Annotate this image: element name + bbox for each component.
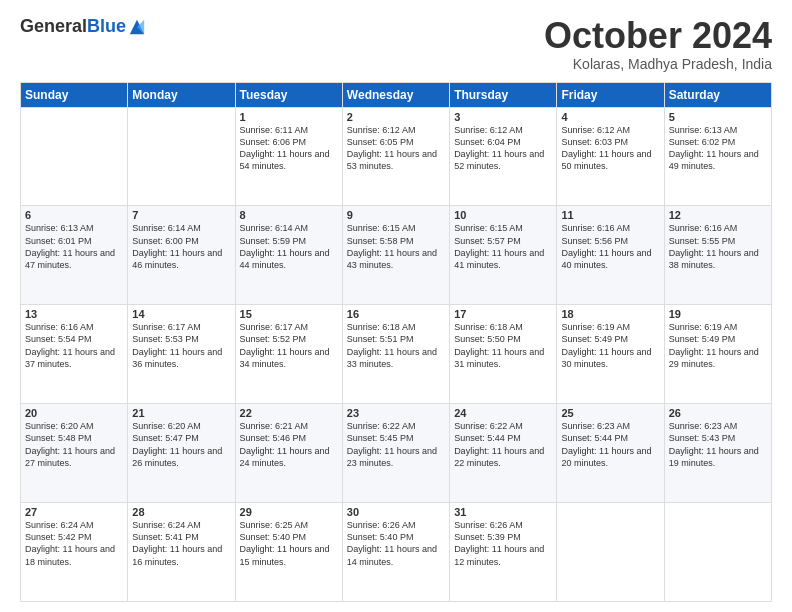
cell-content: Sunrise: 6:14 AMSunset: 6:00 PMDaylight:… <box>132 222 230 271</box>
day-number: 5 <box>669 111 767 123</box>
day-number: 8 <box>240 209 338 221</box>
col-header-sunday: Sunday <box>21 82 128 107</box>
cell-content: Sunrise: 6:26 AMSunset: 5:39 PMDaylight:… <box>454 519 552 568</box>
col-header-thursday: Thursday <box>450 82 557 107</box>
calendar-header-row: SundayMondayTuesdayWednesdayThursdayFrid… <box>21 82 772 107</box>
calendar-cell <box>21 107 128 206</box>
col-header-monday: Monday <box>128 82 235 107</box>
header: GeneralBlue October 2024 Kolaras, Madhya… <box>20 16 772 72</box>
day-number: 21 <box>132 407 230 419</box>
cell-content: Sunrise: 6:13 AMSunset: 6:02 PMDaylight:… <box>669 124 767 173</box>
day-number: 9 <box>347 209 445 221</box>
day-number: 25 <box>561 407 659 419</box>
cell-content: Sunrise: 6:19 AMSunset: 5:49 PMDaylight:… <box>561 321 659 370</box>
calendar-cell: 7Sunrise: 6:14 AMSunset: 6:00 PMDaylight… <box>128 206 235 305</box>
calendar-cell: 23Sunrise: 6:22 AMSunset: 5:45 PMDayligh… <box>342 404 449 503</box>
page: GeneralBlue October 2024 Kolaras, Madhya… <box>0 0 792 612</box>
cell-content: Sunrise: 6:12 AMSunset: 6:03 PMDaylight:… <box>561 124 659 173</box>
cell-content: Sunrise: 6:16 AMSunset: 5:54 PMDaylight:… <box>25 321 123 370</box>
cell-content: Sunrise: 6:24 AMSunset: 5:42 PMDaylight:… <box>25 519 123 568</box>
day-number: 23 <box>347 407 445 419</box>
day-number: 16 <box>347 308 445 320</box>
logo-icon <box>128 18 146 36</box>
calendar-cell: 25Sunrise: 6:23 AMSunset: 5:44 PMDayligh… <box>557 404 664 503</box>
calendar-cell: 4Sunrise: 6:12 AMSunset: 6:03 PMDaylight… <box>557 107 664 206</box>
cell-content: Sunrise: 6:12 AMSunset: 6:05 PMDaylight:… <box>347 124 445 173</box>
subtitle: Kolaras, Madhya Pradesh, India <box>544 56 772 72</box>
calendar-cell: 18Sunrise: 6:19 AMSunset: 5:49 PMDayligh… <box>557 305 664 404</box>
day-number: 18 <box>561 308 659 320</box>
day-number: 4 <box>561 111 659 123</box>
logo-general: GeneralBlue <box>20 16 126 37</box>
cell-content: Sunrise: 6:22 AMSunset: 5:44 PMDaylight:… <box>454 420 552 469</box>
calendar-cell: 1Sunrise: 6:11 AMSunset: 6:06 PMDaylight… <box>235 107 342 206</box>
calendar-week-4: 20Sunrise: 6:20 AMSunset: 5:48 PMDayligh… <box>21 404 772 503</box>
logo: GeneralBlue <box>20 16 146 37</box>
cell-content: Sunrise: 6:14 AMSunset: 5:59 PMDaylight:… <box>240 222 338 271</box>
calendar-cell: 13Sunrise: 6:16 AMSunset: 5:54 PMDayligh… <box>21 305 128 404</box>
calendar-cell: 15Sunrise: 6:17 AMSunset: 5:52 PMDayligh… <box>235 305 342 404</box>
calendar-cell: 29Sunrise: 6:25 AMSunset: 5:40 PMDayligh… <box>235 503 342 602</box>
col-header-tuesday: Tuesday <box>235 82 342 107</box>
cell-content: Sunrise: 6:12 AMSunset: 6:04 PMDaylight:… <box>454 124 552 173</box>
calendar-cell: 9Sunrise: 6:15 AMSunset: 5:58 PMDaylight… <box>342 206 449 305</box>
title-block: October 2024 Kolaras, Madhya Pradesh, In… <box>544 16 772 72</box>
calendar-cell: 21Sunrise: 6:20 AMSunset: 5:47 PMDayligh… <box>128 404 235 503</box>
calendar-cell <box>557 503 664 602</box>
day-number: 11 <box>561 209 659 221</box>
cell-content: Sunrise: 6:18 AMSunset: 5:50 PMDaylight:… <box>454 321 552 370</box>
calendar-cell: 3Sunrise: 6:12 AMSunset: 6:04 PMDaylight… <box>450 107 557 206</box>
cell-content: Sunrise: 6:26 AMSunset: 5:40 PMDaylight:… <box>347 519 445 568</box>
cell-content: Sunrise: 6:15 AMSunset: 5:57 PMDaylight:… <box>454 222 552 271</box>
calendar-cell: 20Sunrise: 6:20 AMSunset: 5:48 PMDayligh… <box>21 404 128 503</box>
calendar-cell: 14Sunrise: 6:17 AMSunset: 5:53 PMDayligh… <box>128 305 235 404</box>
day-number: 28 <box>132 506 230 518</box>
calendar-cell: 27Sunrise: 6:24 AMSunset: 5:42 PMDayligh… <box>21 503 128 602</box>
calendar-cell: 12Sunrise: 6:16 AMSunset: 5:55 PMDayligh… <box>664 206 771 305</box>
calendar-week-2: 6Sunrise: 6:13 AMSunset: 6:01 PMDaylight… <box>21 206 772 305</box>
calendar-cell: 2Sunrise: 6:12 AMSunset: 6:05 PMDaylight… <box>342 107 449 206</box>
calendar-week-5: 27Sunrise: 6:24 AMSunset: 5:42 PMDayligh… <box>21 503 772 602</box>
cell-content: Sunrise: 6:19 AMSunset: 5:49 PMDaylight:… <box>669 321 767 370</box>
cell-content: Sunrise: 6:21 AMSunset: 5:46 PMDaylight:… <box>240 420 338 469</box>
cell-content: Sunrise: 6:13 AMSunset: 6:01 PMDaylight:… <box>25 222 123 271</box>
calendar-cell: 30Sunrise: 6:26 AMSunset: 5:40 PMDayligh… <box>342 503 449 602</box>
day-number: 7 <box>132 209 230 221</box>
col-header-wednesday: Wednesday <box>342 82 449 107</box>
day-number: 3 <box>454 111 552 123</box>
cell-content: Sunrise: 6:20 AMSunset: 5:48 PMDaylight:… <box>25 420 123 469</box>
day-number: 13 <box>25 308 123 320</box>
month-title: October 2024 <box>544 16 772 56</box>
day-number: 17 <box>454 308 552 320</box>
cell-content: Sunrise: 6:25 AMSunset: 5:40 PMDaylight:… <box>240 519 338 568</box>
cell-content: Sunrise: 6:17 AMSunset: 5:52 PMDaylight:… <box>240 321 338 370</box>
col-header-saturday: Saturday <box>664 82 771 107</box>
calendar-cell: 19Sunrise: 6:19 AMSunset: 5:49 PMDayligh… <box>664 305 771 404</box>
day-number: 31 <box>454 506 552 518</box>
day-number: 30 <box>347 506 445 518</box>
calendar-week-3: 13Sunrise: 6:16 AMSunset: 5:54 PMDayligh… <box>21 305 772 404</box>
day-number: 29 <box>240 506 338 518</box>
calendar-cell: 6Sunrise: 6:13 AMSunset: 6:01 PMDaylight… <box>21 206 128 305</box>
day-number: 15 <box>240 308 338 320</box>
cell-content: Sunrise: 6:18 AMSunset: 5:51 PMDaylight:… <box>347 321 445 370</box>
calendar-cell: 28Sunrise: 6:24 AMSunset: 5:41 PMDayligh… <box>128 503 235 602</box>
calendar-week-1: 1Sunrise: 6:11 AMSunset: 6:06 PMDaylight… <box>21 107 772 206</box>
calendar-cell: 5Sunrise: 6:13 AMSunset: 6:02 PMDaylight… <box>664 107 771 206</box>
cell-content: Sunrise: 6:24 AMSunset: 5:41 PMDaylight:… <box>132 519 230 568</box>
day-number: 10 <box>454 209 552 221</box>
calendar-cell: 22Sunrise: 6:21 AMSunset: 5:46 PMDayligh… <box>235 404 342 503</box>
day-number: 12 <box>669 209 767 221</box>
day-number: 2 <box>347 111 445 123</box>
day-number: 22 <box>240 407 338 419</box>
calendar-cell: 24Sunrise: 6:22 AMSunset: 5:44 PMDayligh… <box>450 404 557 503</box>
day-number: 24 <box>454 407 552 419</box>
day-number: 20 <box>25 407 123 419</box>
calendar-cell <box>664 503 771 602</box>
calendar-cell: 10Sunrise: 6:15 AMSunset: 5:57 PMDayligh… <box>450 206 557 305</box>
cell-content: Sunrise: 6:16 AMSunset: 5:55 PMDaylight:… <box>669 222 767 271</box>
calendar-table: SundayMondayTuesdayWednesdayThursdayFrid… <box>20 82 772 602</box>
day-number: 19 <box>669 308 767 320</box>
calendar-cell: 8Sunrise: 6:14 AMSunset: 5:59 PMDaylight… <box>235 206 342 305</box>
cell-content: Sunrise: 6:15 AMSunset: 5:58 PMDaylight:… <box>347 222 445 271</box>
